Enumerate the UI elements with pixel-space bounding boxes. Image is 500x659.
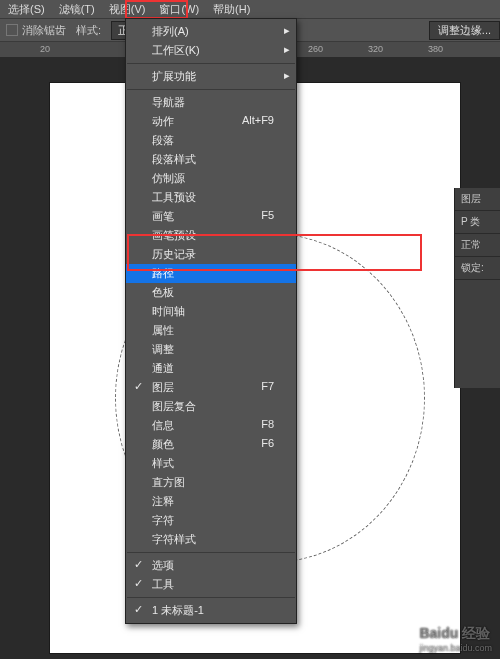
- menu-item-styles[interactable]: 样式: [126, 454, 296, 473]
- shortcut-label: F6: [261, 437, 274, 452]
- submenu-arrow-icon: ▸: [284, 43, 290, 56]
- antialias-label: 消除锯齿: [22, 23, 66, 38]
- menu-item-paths[interactable]: 路径: [126, 264, 296, 283]
- menu-separator: [127, 597, 295, 598]
- watermark-url: jingyan.baidu.com: [419, 643, 492, 653]
- submenu-arrow-icon: ▸: [284, 69, 290, 82]
- check-icon: ✓: [134, 558, 143, 571]
- check-icon: ✓: [134, 603, 143, 616]
- antialias-option[interactable]: 消除锯齿: [6, 23, 66, 38]
- menu-item-clone-source[interactable]: 仿制源: [126, 169, 296, 188]
- menu-select[interactable]: 选择(S): [8, 2, 45, 17]
- check-icon: ✓: [134, 380, 143, 393]
- menu-item-actions[interactable]: 动作Alt+F9: [126, 112, 296, 131]
- menu-help[interactable]: 帮助(H): [213, 2, 250, 17]
- ruler-tick: 260: [308, 44, 323, 54]
- menu-separator: [127, 89, 295, 90]
- submenu-arrow-icon: ▸: [284, 24, 290, 37]
- shortcut-label: F7: [261, 380, 274, 395]
- menu-item-char-styles[interactable]: 字符样式: [126, 530, 296, 549]
- right-panel-dock: 图层 P 类 正常 锁定:: [454, 188, 500, 388]
- watermark: Baidu 经验 jingyan.baidu.com: [419, 625, 492, 653]
- menu-view[interactable]: 视图(V): [109, 2, 146, 17]
- watermark-brand: Baidu 经验: [419, 625, 490, 641]
- menu-item-brushes[interactable]: 画笔F5: [126, 207, 296, 226]
- check-icon: ✓: [134, 577, 143, 590]
- menu-item-info[interactable]: 信息F8: [126, 416, 296, 435]
- menu-window[interactable]: 窗口(W): [159, 2, 199, 17]
- menu-item-document[interactable]: ✓1 未标题-1: [126, 601, 296, 620]
- panel-lock: 锁定:: [455, 257, 500, 280]
- menu-item-histogram[interactable]: 直方图: [126, 473, 296, 492]
- panel-kind[interactable]: P 类: [455, 211, 500, 234]
- menubar: 选择(S) 滤镜(T) 视图(V) 窗口(W) 帮助(H): [0, 0, 500, 18]
- shortcut-label: F5: [261, 209, 274, 224]
- menu-item-history[interactable]: 历史记录: [126, 245, 296, 264]
- menu-item-tools[interactable]: ✓工具: [126, 575, 296, 594]
- layers-panel-tab[interactable]: 图层: [455, 188, 500, 211]
- menu-item-workspace[interactable]: 工作区(K)▸: [126, 41, 296, 60]
- menu-item-options[interactable]: ✓选项: [126, 556, 296, 575]
- menu-item-tool-presets[interactable]: 工具预设: [126, 188, 296, 207]
- menu-item-paragraph-styles[interactable]: 段落样式: [126, 150, 296, 169]
- ruler-tick: 380: [428, 44, 443, 54]
- ruler-tick: 320: [368, 44, 383, 54]
- menu-item-paragraph[interactable]: 段落: [126, 131, 296, 150]
- ruler-tick: 20: [40, 44, 50, 54]
- menu-item-brush-presets[interactable]: 画笔预设: [126, 226, 296, 245]
- menu-item-notes[interactable]: 注释: [126, 492, 296, 511]
- menu-item-layers[interactable]: ✓图层F7: [126, 378, 296, 397]
- menu-item-swatches[interactable]: 色板: [126, 283, 296, 302]
- menu-filter[interactable]: 滤镜(T): [59, 2, 95, 17]
- panel-normal[interactable]: 正常: [455, 234, 500, 257]
- shortcut-label: Alt+F9: [242, 114, 274, 129]
- menu-item-adjustments[interactable]: 调整: [126, 340, 296, 359]
- shortcut-label: F8: [261, 418, 274, 433]
- menu-item-layer-comps[interactable]: 图层复合: [126, 397, 296, 416]
- menu-item-channels[interactable]: 通道: [126, 359, 296, 378]
- menu-item-navigator[interactable]: 导航器: [126, 93, 296, 112]
- style-label: 样式:: [76, 23, 101, 38]
- menu-separator: [127, 63, 295, 64]
- checkbox-icon: [6, 24, 18, 36]
- menu-item-character[interactable]: 字符: [126, 511, 296, 530]
- menu-item-timeline[interactable]: 时间轴: [126, 302, 296, 321]
- menu-item-arrange[interactable]: 排列(A)▸: [126, 22, 296, 41]
- window-menu-dropdown: 排列(A)▸ 工作区(K)▸ 扩展功能▸ 导航器 动作Alt+F9 段落 段落样…: [125, 18, 297, 624]
- menu-separator: [127, 552, 295, 553]
- menu-item-color[interactable]: 颜色F6: [126, 435, 296, 454]
- menu-item-extensions[interactable]: 扩展功能▸: [126, 67, 296, 86]
- menu-item-properties[interactable]: 属性: [126, 321, 296, 340]
- adjust-edge-button[interactable]: 调整边缘...: [429, 21, 500, 40]
